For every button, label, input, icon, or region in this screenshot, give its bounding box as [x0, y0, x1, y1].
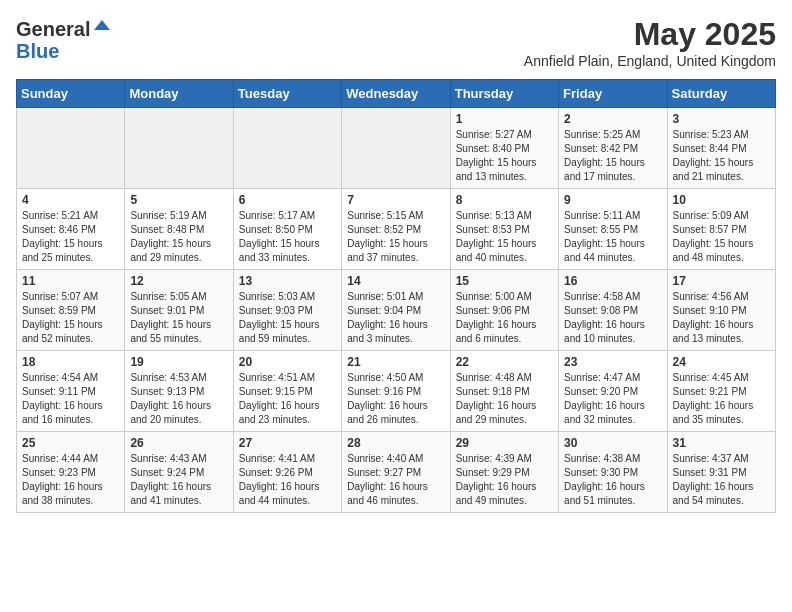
day-info: Sunrise: 5:27 AMSunset: 8:40 PMDaylight:…	[456, 128, 553, 184]
day-info: Sunrise: 5:23 AMSunset: 8:44 PMDaylight:…	[673, 128, 770, 184]
calendar-week-4: 18Sunrise: 4:54 AMSunset: 9:11 PMDayligh…	[17, 351, 776, 432]
calendar-cell: 15Sunrise: 5:00 AMSunset: 9:06 PMDayligh…	[450, 270, 558, 351]
calendar-cell: 19Sunrise: 4:53 AMSunset: 9:13 PMDayligh…	[125, 351, 233, 432]
calendar-cell: 1Sunrise: 5:27 AMSunset: 8:40 PMDaylight…	[450, 108, 558, 189]
calendar-cell: 13Sunrise: 5:03 AMSunset: 9:03 PMDayligh…	[233, 270, 341, 351]
day-info: Sunrise: 4:40 AMSunset: 9:27 PMDaylight:…	[347, 452, 444, 508]
day-info: Sunrise: 5:07 AMSunset: 8:59 PMDaylight:…	[22, 290, 119, 346]
day-info: Sunrise: 4:41 AMSunset: 9:26 PMDaylight:…	[239, 452, 336, 508]
calendar-cell	[125, 108, 233, 189]
day-number: 13	[239, 274, 336, 288]
day-number: 8	[456, 193, 553, 207]
day-number: 30	[564, 436, 661, 450]
day-info: Sunrise: 5:17 AMSunset: 8:50 PMDaylight:…	[239, 209, 336, 265]
day-info: Sunrise: 4:37 AMSunset: 9:31 PMDaylight:…	[673, 452, 770, 508]
day-info: Sunrise: 5:03 AMSunset: 9:03 PMDaylight:…	[239, 290, 336, 346]
logo: General Blue	[16, 16, 112, 62]
calendar-cell	[342, 108, 450, 189]
calendar-week-1: 1Sunrise: 5:27 AMSunset: 8:40 PMDaylight…	[17, 108, 776, 189]
day-number: 27	[239, 436, 336, 450]
day-info: Sunrise: 4:51 AMSunset: 9:15 PMDaylight:…	[239, 371, 336, 427]
column-header-tuesday: Tuesday	[233, 80, 341, 108]
day-number: 28	[347, 436, 444, 450]
day-number: 29	[456, 436, 553, 450]
calendar-cell: 4Sunrise: 5:21 AMSunset: 8:46 PMDaylight…	[17, 189, 125, 270]
day-info: Sunrise: 4:43 AMSunset: 9:24 PMDaylight:…	[130, 452, 227, 508]
logo-icon	[92, 16, 112, 36]
month-title: May 2025	[524, 16, 776, 53]
calendar-cell: 7Sunrise: 5:15 AMSunset: 8:52 PMDaylight…	[342, 189, 450, 270]
day-info: Sunrise: 5:25 AMSunset: 8:42 PMDaylight:…	[564, 128, 661, 184]
column-header-friday: Friday	[559, 80, 667, 108]
calendar-cell: 16Sunrise: 4:58 AMSunset: 9:08 PMDayligh…	[559, 270, 667, 351]
calendar-table: SundayMondayTuesdayWednesdayThursdayFrid…	[16, 79, 776, 513]
logo-blue: Blue	[16, 40, 59, 62]
day-info: Sunrise: 4:45 AMSunset: 9:21 PMDaylight:…	[673, 371, 770, 427]
day-info: Sunrise: 5:09 AMSunset: 8:57 PMDaylight:…	[673, 209, 770, 265]
calendar-cell: 11Sunrise: 5:07 AMSunset: 8:59 PMDayligh…	[17, 270, 125, 351]
calendar-cell: 12Sunrise: 5:05 AMSunset: 9:01 PMDayligh…	[125, 270, 233, 351]
calendar-cell: 2Sunrise: 5:25 AMSunset: 8:42 PMDaylight…	[559, 108, 667, 189]
day-number: 4	[22, 193, 119, 207]
day-number: 7	[347, 193, 444, 207]
day-info: Sunrise: 5:11 AMSunset: 8:55 PMDaylight:…	[564, 209, 661, 265]
day-info: Sunrise: 4:56 AMSunset: 9:10 PMDaylight:…	[673, 290, 770, 346]
day-info: Sunrise: 5:01 AMSunset: 9:04 PMDaylight:…	[347, 290, 444, 346]
calendar-cell: 10Sunrise: 5:09 AMSunset: 8:57 PMDayligh…	[667, 189, 775, 270]
calendar-cell: 5Sunrise: 5:19 AMSunset: 8:48 PMDaylight…	[125, 189, 233, 270]
day-number: 26	[130, 436, 227, 450]
day-number: 31	[673, 436, 770, 450]
calendar-cell: 26Sunrise: 4:43 AMSunset: 9:24 PMDayligh…	[125, 432, 233, 513]
day-number: 25	[22, 436, 119, 450]
day-number: 10	[673, 193, 770, 207]
calendar-cell: 20Sunrise: 4:51 AMSunset: 9:15 PMDayligh…	[233, 351, 341, 432]
day-info: Sunrise: 4:53 AMSunset: 9:13 PMDaylight:…	[130, 371, 227, 427]
day-number: 17	[673, 274, 770, 288]
day-number: 18	[22, 355, 119, 369]
day-number: 6	[239, 193, 336, 207]
column-header-monday: Monday	[125, 80, 233, 108]
calendar-cell: 14Sunrise: 5:01 AMSunset: 9:04 PMDayligh…	[342, 270, 450, 351]
day-info: Sunrise: 4:47 AMSunset: 9:20 PMDaylight:…	[564, 371, 661, 427]
calendar-header-row: SundayMondayTuesdayWednesdayThursdayFrid…	[17, 80, 776, 108]
day-info: Sunrise: 4:39 AMSunset: 9:29 PMDaylight:…	[456, 452, 553, 508]
day-info: Sunrise: 4:38 AMSunset: 9:30 PMDaylight:…	[564, 452, 661, 508]
day-info: Sunrise: 5:15 AMSunset: 8:52 PMDaylight:…	[347, 209, 444, 265]
day-number: 15	[456, 274, 553, 288]
calendar-cell: 22Sunrise: 4:48 AMSunset: 9:18 PMDayligh…	[450, 351, 558, 432]
day-info: Sunrise: 5:13 AMSunset: 8:53 PMDaylight:…	[456, 209, 553, 265]
title-block: May 2025 Annfield Plain, England, United…	[524, 16, 776, 69]
day-number: 16	[564, 274, 661, 288]
calendar-cell	[17, 108, 125, 189]
day-number: 14	[347, 274, 444, 288]
calendar-cell: 9Sunrise: 5:11 AMSunset: 8:55 PMDaylight…	[559, 189, 667, 270]
day-info: Sunrise: 4:48 AMSunset: 9:18 PMDaylight:…	[456, 371, 553, 427]
calendar-cell: 30Sunrise: 4:38 AMSunset: 9:30 PMDayligh…	[559, 432, 667, 513]
day-number: 12	[130, 274, 227, 288]
calendar-week-3: 11Sunrise: 5:07 AMSunset: 8:59 PMDayligh…	[17, 270, 776, 351]
day-info: Sunrise: 4:54 AMSunset: 9:11 PMDaylight:…	[22, 371, 119, 427]
day-number: 3	[673, 112, 770, 126]
column-header-sunday: Sunday	[17, 80, 125, 108]
day-info: Sunrise: 5:19 AMSunset: 8:48 PMDaylight:…	[130, 209, 227, 265]
day-number: 24	[673, 355, 770, 369]
calendar-cell: 21Sunrise: 4:50 AMSunset: 9:16 PMDayligh…	[342, 351, 450, 432]
day-info: Sunrise: 4:50 AMSunset: 9:16 PMDaylight:…	[347, 371, 444, 427]
calendar-cell: 25Sunrise: 4:44 AMSunset: 9:23 PMDayligh…	[17, 432, 125, 513]
calendar-cell: 24Sunrise: 4:45 AMSunset: 9:21 PMDayligh…	[667, 351, 775, 432]
day-number: 19	[130, 355, 227, 369]
day-number: 22	[456, 355, 553, 369]
calendar-cell: 28Sunrise: 4:40 AMSunset: 9:27 PMDayligh…	[342, 432, 450, 513]
day-number: 11	[22, 274, 119, 288]
calendar-cell: 18Sunrise: 4:54 AMSunset: 9:11 PMDayligh…	[17, 351, 125, 432]
calendar-cell: 23Sunrise: 4:47 AMSunset: 9:20 PMDayligh…	[559, 351, 667, 432]
day-info: Sunrise: 5:21 AMSunset: 8:46 PMDaylight:…	[22, 209, 119, 265]
calendar-cell: 8Sunrise: 5:13 AMSunset: 8:53 PMDaylight…	[450, 189, 558, 270]
calendar-week-5: 25Sunrise: 4:44 AMSunset: 9:23 PMDayligh…	[17, 432, 776, 513]
column-header-wednesday: Wednesday	[342, 80, 450, 108]
day-number: 23	[564, 355, 661, 369]
day-number: 5	[130, 193, 227, 207]
calendar-cell: 29Sunrise: 4:39 AMSunset: 9:29 PMDayligh…	[450, 432, 558, 513]
calendar-cell	[233, 108, 341, 189]
svg-marker-0	[94, 20, 110, 30]
